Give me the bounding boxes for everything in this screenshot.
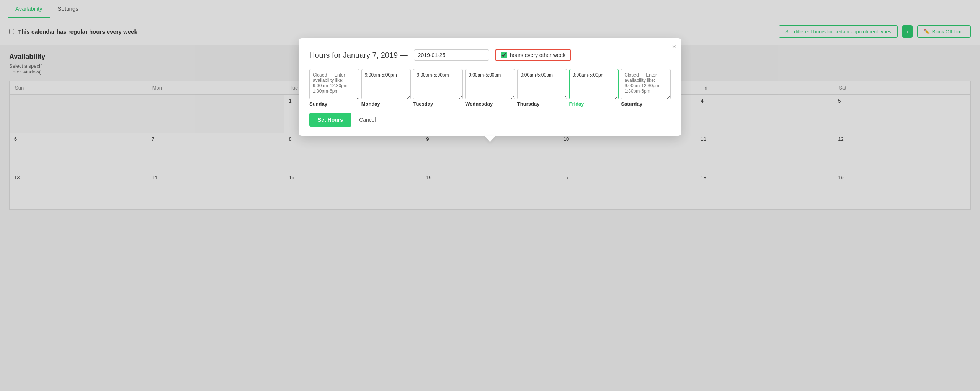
day-column-sunday: Sunday xyxy=(309,69,359,107)
tuesday-hours-input[interactable]: 9:00am-5:00pm xyxy=(413,69,463,99)
hours-every-other-week-container: hours every other week xyxy=(495,49,571,61)
saturday-label: Saturday xyxy=(621,101,671,107)
modal-pointer xyxy=(485,136,495,142)
cancel-button[interactable]: Cancel xyxy=(359,117,376,123)
wednesday-label: Wednesday xyxy=(465,101,515,107)
tuesday-label: Tuesday xyxy=(413,101,463,107)
day-column-thursday: 9:00am-5:00pm Thursday xyxy=(517,69,567,107)
modal-title-prefix: Hours for January 7, 2019 xyxy=(309,51,398,59)
sunday-label: Sunday xyxy=(309,101,359,107)
modal-title: Hours for January 7, 2019 — xyxy=(309,51,408,60)
modal-date-input[interactable] xyxy=(414,49,489,61)
every-other-week-checkbox[interactable] xyxy=(501,52,507,58)
modal-close-button[interactable]: × xyxy=(672,43,676,51)
days-grid: Sunday 9:00am-5:00pm Monday 9:00am-5:00p… xyxy=(309,69,671,107)
day-column-saturday: Saturday xyxy=(621,69,671,107)
monday-hours-input[interactable]: 9:00am-5:00pm xyxy=(361,69,411,99)
modal-overlay: × Hours for January 7, 2019 — hours ever… xyxy=(0,0,980,217)
saturday-hours-input[interactable] xyxy=(621,69,671,99)
day-column-wednesday: 9:00am-5:00pm Wednesday xyxy=(465,69,515,107)
wednesday-hours-input[interactable]: 9:00am-5:00pm xyxy=(465,69,515,99)
day-column-friday: 9:00am-5:00pm Friday xyxy=(569,69,619,107)
thursday-label: Thursday xyxy=(517,101,567,107)
day-column-tuesday: 9:00am-5:00pm Tuesday xyxy=(413,69,463,107)
set-hours-button[interactable]: Set Hours xyxy=(309,113,351,127)
modal-header: Hours for January 7, 2019 — hours every … xyxy=(309,49,671,61)
monday-label: Monday xyxy=(361,101,411,107)
day-column-monday: 9:00am-5:00pm Monday xyxy=(361,69,411,107)
thursday-hours-input[interactable]: 9:00am-5:00pm xyxy=(517,69,567,99)
modal-title-dash: — xyxy=(400,51,408,59)
sunday-hours-input[interactable] xyxy=(309,69,359,99)
modal-footer: Set Hours Cancel xyxy=(309,113,671,127)
every-other-week-label: hours every other week xyxy=(510,52,566,58)
friday-label: Friday xyxy=(569,101,619,107)
modal-dialog: × Hours for January 7, 2019 — hours ever… xyxy=(299,38,681,136)
friday-hours-input[interactable]: 9:00am-5:00pm xyxy=(569,69,619,99)
